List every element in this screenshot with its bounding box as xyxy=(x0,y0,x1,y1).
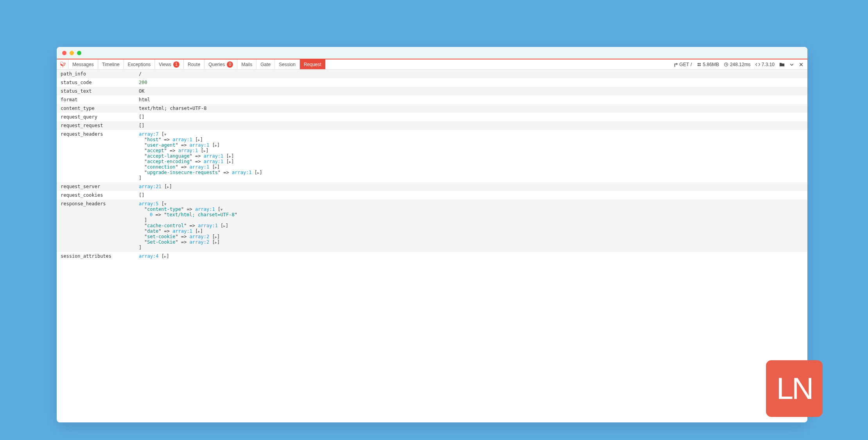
row-request-headers: request_headers array:7 [▼ "host" => arr… xyxy=(57,130,807,182)
array-toggle[interactable]: array:1 xyxy=(190,164,210,170)
stats: GET / 5.86MB 248.12ms 7.3.10 xyxy=(669,59,807,69)
array-toggle[interactable]: array:1 xyxy=(232,170,252,175)
debugbar-window: Messages Timeline Exceptions Views1 Rout… xyxy=(57,47,807,422)
array-toggle[interactable]: array:7 xyxy=(139,131,159,137)
chevron-down-icon[interactable] xyxy=(789,62,794,67)
tab-timeline[interactable]: Timeline xyxy=(98,59,124,69)
row-request-request: request_request[] xyxy=(57,121,807,130)
collapse-icon[interactable]: ▼ xyxy=(164,202,166,206)
expand-icon[interactable]: ▶ xyxy=(215,241,217,244)
array-toggle[interactable]: array:1 xyxy=(172,228,192,234)
code-icon xyxy=(755,62,760,67)
row-request-cookies: request_cookies[] xyxy=(57,191,807,199)
response-headers-value: array:5 [▼ "content-type" => array:1 [▼ … xyxy=(139,201,803,250)
row-request-server: request_serverarray:21 [▶] xyxy=(57,182,807,191)
request-headers-value: array:7 [▼ "host" => array:1 [▶]"user-ag… xyxy=(139,131,803,181)
row-session-attributes: session_attributesarray:4 [▶] xyxy=(57,252,807,260)
array-toggle[interactable]: array:1 xyxy=(195,207,215,212)
stat-time: 248.12ms xyxy=(724,62,751,67)
folder-icon[interactable] xyxy=(779,62,785,67)
expand-icon[interactable]: ▶ xyxy=(229,154,231,158)
share-icon xyxy=(673,62,678,67)
row-response-headers: response_headers array:5 [▼ "content-typ… xyxy=(57,199,807,252)
array-toggle[interactable]: array:2 xyxy=(190,239,210,245)
laravel-logo-icon xyxy=(57,59,68,69)
toolbar: Messages Timeline Exceptions Views1 Rout… xyxy=(57,59,807,70)
array-toggle[interactable]: array:1 xyxy=(198,223,218,228)
array-toggle[interactable]: array:1 xyxy=(190,142,210,148)
tab-route[interactable]: Route xyxy=(184,59,204,69)
row-path-info: path_info/ xyxy=(57,70,807,78)
row-content-type: content_typetext/html; charset=UTF-8 xyxy=(57,104,807,113)
tab-gate[interactable]: Gate xyxy=(256,59,275,69)
array-toggle[interactable]: array:5 xyxy=(139,201,159,207)
views-badge: 1 xyxy=(173,61,179,68)
array-toggle[interactable]: array:4 xyxy=(139,253,159,259)
expand-icon[interactable]: ▶ xyxy=(223,224,225,228)
array-toggle[interactable]: array:1 xyxy=(204,153,224,159)
expand-icon[interactable]: ▶ xyxy=(198,138,200,142)
array-toggle[interactable]: array:1 xyxy=(178,148,198,153)
tab-session[interactable]: Session xyxy=(275,59,300,69)
titlebar xyxy=(57,47,807,59)
ln-logo-badge: LN xyxy=(766,360,823,417)
collapse-icon[interactable]: ▼ xyxy=(164,133,166,136)
memory-icon xyxy=(697,62,701,67)
status-code-value: 200 xyxy=(139,80,147,85)
expand-icon[interactable]: ▶ xyxy=(204,149,206,153)
row-format: formathtml xyxy=(57,95,807,104)
tab-request[interactable]: Request xyxy=(300,59,326,69)
stat-php: 7.3.10 xyxy=(755,62,775,67)
array-toggle[interactable]: array:1 xyxy=(172,137,192,142)
close-icon[interactable] xyxy=(799,62,803,67)
expand-icon[interactable]: ▶ xyxy=(164,255,166,259)
tab-mails[interactable]: Mails xyxy=(237,59,256,69)
tab-queries[interactable]: Queries0 xyxy=(204,59,237,69)
expand-icon[interactable]: ▶ xyxy=(215,165,217,169)
maximize-window-button[interactable] xyxy=(77,51,81,55)
minimize-window-button[interactable] xyxy=(70,51,74,55)
tab-messages[interactable]: Messages xyxy=(68,59,98,69)
tab-exceptions[interactable]: Exceptions xyxy=(124,59,155,69)
expand-icon[interactable]: ▶ xyxy=(257,171,259,175)
array-toggle[interactable]: array:21 xyxy=(139,184,161,189)
tab-views[interactable]: Views1 xyxy=(155,59,184,69)
expand-icon[interactable]: ▶ xyxy=(215,235,217,239)
close-window-button[interactable] xyxy=(62,51,66,55)
collapse-icon[interactable]: ▼ xyxy=(221,208,222,212)
expand-icon[interactable]: ▶ xyxy=(215,144,217,147)
stat-request: GET / xyxy=(673,62,692,67)
expand-icon[interactable]: ▶ xyxy=(167,185,169,189)
array-toggle[interactable]: array:2 xyxy=(190,234,210,239)
stat-memory: 5.86MB xyxy=(697,62,719,67)
row-status-text: status_textOK xyxy=(57,87,807,95)
clock-icon xyxy=(724,62,728,67)
request-content: path_info/ status_code200 status_textOK … xyxy=(57,70,807,260)
row-status-code: status_code200 xyxy=(57,78,807,87)
expand-icon[interactable]: ▶ xyxy=(198,230,200,233)
expand-icon[interactable]: ▶ xyxy=(229,160,231,164)
tabs: Messages Timeline Exceptions Views1 Rout… xyxy=(68,59,326,69)
queries-badge: 0 xyxy=(227,61,233,68)
row-request-query: request_query[] xyxy=(57,113,807,121)
array-toggle[interactable]: array:1 xyxy=(204,159,224,164)
